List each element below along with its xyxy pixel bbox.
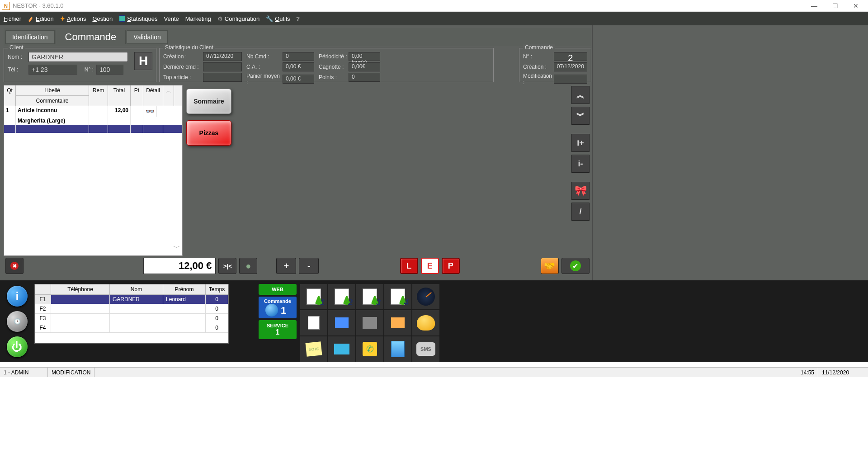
category-pizzas[interactable]: Pizzas <box>186 120 231 146</box>
note-button[interactable]: NOTE <box>300 336 327 362</box>
category-sommaire[interactable]: Sommaire <box>186 89 231 114</box>
gauge-button[interactable] <box>412 284 439 309</box>
ribbon-icon: 🎀 <box>575 185 587 197</box>
receipt-button[interactable] <box>384 310 411 335</box>
menu-configuration[interactable]: ⚙Configuration <box>217 15 259 22</box>
scroll-up-fast-button[interactable]: ︽ <box>571 86 590 104</box>
confirm-button[interactable]: ✔ <box>561 258 590 274</box>
tab-validation[interactable]: Validation <box>127 30 167 44</box>
piggy-button[interactable] <box>412 310 439 335</box>
mode-e-button[interactable]: E <box>421 258 439 274</box>
mode-p-button[interactable]: P <box>442 258 460 274</box>
detail-icon[interactable]: 👓 <box>143 106 157 117</box>
scroll-up[interactable]: ︿ <box>163 85 174 106</box>
num-label: N° : <box>80 66 94 73</box>
col-detail[interactable]: Détail <box>143 85 163 106</box>
scroll-down-fast-button[interactable]: ︾ <box>571 107 590 125</box>
handshake-button[interactable]: 🤝 <box>541 258 559 274</box>
call-row[interactable]: F1 GARDNER Leonard 0 <box>35 295 228 304</box>
qty-minus-button[interactable]: - <box>299 258 319 274</box>
wrench-icon: 🔧 <box>266 15 273 22</box>
call-row[interactable]: F30 <box>35 314 228 323</box>
menu-marketing[interactable]: Marketing <box>185 15 211 22</box>
clock-icon: 🕓 <box>14 318 21 325</box>
ribbon-button[interactable]: 🎀 <box>571 182 590 200</box>
menu-outils[interactable]: 🔧Outils <box>266 15 290 22</box>
calendar-button[interactable] <box>328 310 355 335</box>
info-minus-button[interactable]: i- <box>571 155 590 173</box>
notepad-4-button[interactable]: 4 <box>384 284 411 309</box>
edit-doc-button[interactable] <box>300 310 327 335</box>
col-commentaire[interactable]: Commentaire <box>16 95 89 106</box>
split-icon: >|< <box>223 263 232 269</box>
order-row-selected[interactable] <box>4 125 182 133</box>
history-button[interactable]: H <box>134 52 152 70</box>
menu-edition[interactable]: Edition <box>28 15 54 22</box>
clock-round-button[interactable]: 🕓 <box>7 311 28 332</box>
split-button[interactable]: >|< <box>218 258 236 274</box>
tag-service[interactable]: SERVICE 1 <box>259 320 297 339</box>
tel-input[interactable] <box>28 65 77 75</box>
minimize-button[interactable]: — <box>804 0 825 12</box>
sms-icon: SMS <box>416 342 435 356</box>
commande-legend: Commande <box>523 44 555 51</box>
client-num-input[interactable] <box>96 65 123 75</box>
notepad-3-button[interactable]: 3 <box>356 284 383 309</box>
maximize-button[interactable]: ☐ <box>825 0 845 12</box>
slash-button[interactable]: / <box>571 203 590 221</box>
commande-modif <box>554 75 587 84</box>
qty-plus-button[interactable]: + <box>276 258 296 274</box>
col-total[interactable]: Total <box>108 85 131 106</box>
cancel-button[interactable]: ✖ <box>5 258 24 274</box>
globe-icon <box>265 304 278 317</box>
col-qt[interactable]: Qt <box>4 85 16 106</box>
cancel-icon: ✖ <box>10 262 19 270</box>
calculator-button[interactable] <box>384 336 411 362</box>
col-rem[interactable]: Rem <box>89 85 108 106</box>
menu-gestion[interactable]: Gestion <box>92 15 113 22</box>
col-temps[interactable]: Temps <box>206 284 228 294</box>
menu-fichier[interactable]: Fichier <box>4 15 21 22</box>
order-row-variant[interactable]: Margherita (Large) <box>4 117 182 125</box>
sticky-note-icon: NOTE <box>306 341 322 356</box>
order-row[interactable]: 1 Article inconnu 12,00 👓 <box>4 106 182 117</box>
order-total: 12,00 € <box>143 258 216 274</box>
call-row[interactable]: F40 <box>35 323 228 333</box>
tab-identification[interactable]: Identification <box>5 30 55 44</box>
col-telephone[interactable]: Téléphone <box>51 284 110 294</box>
info-round-button[interactable]: i <box>7 286 28 307</box>
status-time: 14:55 <box>797 368 818 377</box>
info-plus-button[interactable]: i+ <box>571 134 590 152</box>
call-row[interactable]: F20 <box>35 304 228 314</box>
tag-commande[interactable]: Commande 1 <box>259 297 297 318</box>
phone-button[interactable]: ✆ <box>356 336 383 362</box>
close-button[interactable]: ✕ <box>845 0 866 12</box>
tel-label: Tél : <box>8 66 28 73</box>
tab-commande[interactable]: Commande <box>56 30 126 44</box>
sms-button[interactable]: SMS <box>412 336 439 362</box>
col-nom[interactable]: Nom <box>110 284 163 294</box>
plus-circle-icon: ● <box>245 261 251 271</box>
title-bar: N NESTOR - 3.60.1.0 — ☐ ✕ <box>0 0 868 12</box>
tag-web[interactable]: WEB <box>259 284 297 295</box>
menu-help[interactable]: ? <box>296 15 299 22</box>
scroll-down[interactable]: ﹀ <box>173 241 180 255</box>
stats-legend: Statistique du Client <box>163 44 215 51</box>
signpost-button[interactable] <box>328 336 355 362</box>
add-item-button[interactable]: ● <box>239 258 257 274</box>
menu-vente[interactable]: Vente <box>164 15 179 22</box>
col-libelle[interactable]: Libellé <box>16 85 89 95</box>
menu-actions[interactable]: ✦Actions <box>60 15 86 22</box>
col-pt[interactable]: Pt <box>131 85 143 106</box>
notepad-icon <box>391 288 405 305</box>
power-round-button[interactable]: ⏻ <box>7 336 28 357</box>
nom-input[interactable] <box>28 52 128 62</box>
stats-panel: Statistique du Client Création :07/12/20… <box>159 48 494 82</box>
printer-button[interactable] <box>356 310 383 335</box>
mode-l-button[interactable]: L <box>400 258 418 274</box>
notepad-1-button[interactable]: 1 <box>300 284 327 309</box>
menu-statistiques[interactable]: Statistiques <box>119 15 157 22</box>
notepad-2-button[interactable]: 2 <box>328 284 355 309</box>
dashboard-icon-grid: 1 2 3 4 NOTE ✆ SMS <box>300 284 439 358</box>
col-prenom[interactable]: Prénom <box>163 284 206 294</box>
